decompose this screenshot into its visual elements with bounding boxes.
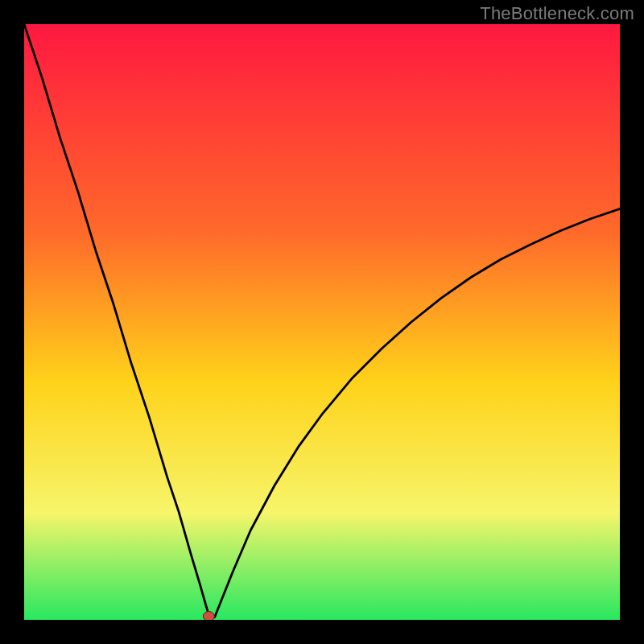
watermark-text: TheBottleneck.com [480,3,634,24]
gradient-background [24,24,620,620]
minimum-marker [203,612,214,620]
chart-frame: TheBottleneck.com [0,0,644,644]
chart-svg [24,24,620,620]
bottleneck-plot [24,24,620,620]
